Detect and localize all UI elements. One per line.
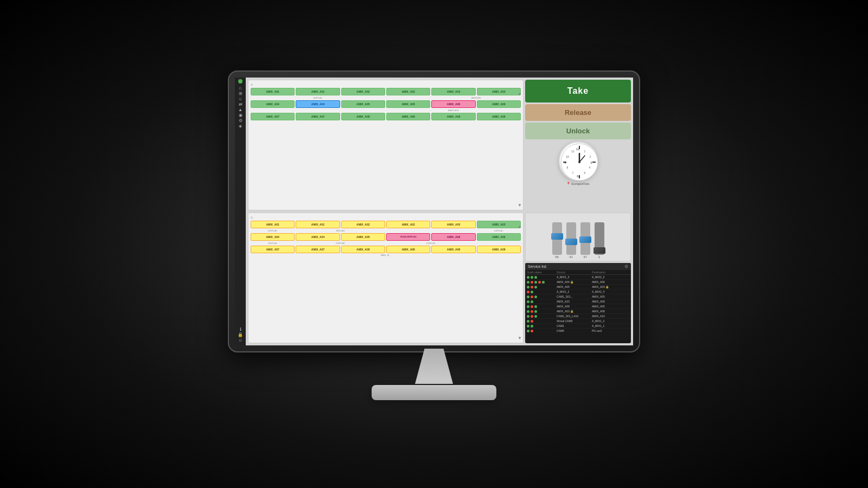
service-row-10[interactable]: Virtual CAM3 A_MIX1_2 xyxy=(525,319,631,324)
cell-amix-a07-1[interactable]: AMIX_A07 xyxy=(251,113,295,120)
fader-2-track[interactable] xyxy=(566,222,576,255)
cell-b-amix-a06-green[interactable]: AMIX_A06 xyxy=(477,233,521,241)
router-bottom-row3: AMIX_A07 AMIX_A07 AMIX_A08 AMIX_A08 AMIX… xyxy=(251,246,521,253)
service-row-5[interactable]: CAM1_S01... AMIX_A05 xyxy=(525,294,631,299)
fader-3-thumb[interactable] xyxy=(579,236,591,243)
service-row-8[interactable]: AMIX_A03 🔒 AMIX_A08 xyxy=(525,309,631,314)
row2-dest: AMIX_A06 xyxy=(592,280,627,284)
cell-b-amix-a09-1[interactable]: AMIX_A09 xyxy=(431,246,475,253)
cell-amix-a02-1[interactable]: AMIX_A02 xyxy=(341,88,385,95)
service-row-3[interactable]: AMIX_A05 AMIX_A03 🔒 xyxy=(525,285,631,290)
cell-amix-a01-2[interactable]: AMIX_A01 xyxy=(296,88,340,95)
route-icon[interactable]: ⇄ xyxy=(239,102,242,107)
map-icon[interactable]: ◉ xyxy=(239,113,242,118)
faders-panel: 56 41 xyxy=(525,213,631,261)
service-row-1[interactable]: A_MIX1_3 A_MIX2_2 xyxy=(525,275,631,280)
label-empty2 xyxy=(341,97,385,99)
dot-green xyxy=(534,296,537,298)
b-label-displac5: DISPLAC xyxy=(386,242,476,245)
take-button[interactable]: Take xyxy=(525,80,631,102)
cell-amix-a05-2[interactable]: AMIX_A05 xyxy=(386,100,430,108)
cell-amix-a09-2[interactable]: AMIX_A09 xyxy=(477,113,521,120)
cell-b-amix-a04-2[interactable]: AMIX_A04 xyxy=(296,233,340,241)
dot-green xyxy=(527,300,529,303)
user2-icon[interactable]: ☺ xyxy=(238,338,242,343)
label-displac1: DISPLAC xyxy=(296,97,340,99)
dot-red xyxy=(531,286,533,288)
cell-amix-a06-2[interactable]: AMIX_A06 xyxy=(477,100,521,108)
cell-b-amix-a07-2[interactable]: AMIX_A07 xyxy=(296,246,340,253)
service-row-9[interactable]: CAM1_S01_LA10 AMIX_A10 xyxy=(525,314,631,319)
cell-b-amix-a01-1[interactable]: AMIX_A01 xyxy=(251,221,295,228)
scroll-down-arrow-top[interactable]: ▼ xyxy=(518,203,522,208)
right-panel-bottom: 56 41 xyxy=(525,213,631,343)
cell-amix-a07-2[interactable]: AMIX_A07 xyxy=(296,113,340,120)
user-icon[interactable]: ☺ xyxy=(238,97,242,101)
cell-amix-a08-2[interactable]: AMIX_A08 xyxy=(386,113,430,120)
fader-2-thumb[interactable] xyxy=(565,239,577,245)
cell-b-amix-a04-1[interactable]: AMIX_A04 xyxy=(251,233,295,241)
scroll-up-arrow-top[interactable]: ▲ xyxy=(518,91,522,96)
cell-b-amix-a07-1[interactable]: AMIX_A07 xyxy=(251,246,295,253)
cell-amix-a09-1[interactable]: AMIX_A09 xyxy=(431,113,475,120)
dot-green xyxy=(534,315,537,318)
dot-green xyxy=(527,315,529,318)
row8-source: AMIX_A03 🔒 xyxy=(557,310,592,313)
cell-b-amix-a03-2[interactable]: AMIX_A03 xyxy=(477,221,521,228)
action-buttons: Take Release Unlock xyxy=(525,80,631,139)
fader-4-thumb[interactable] xyxy=(593,247,605,254)
service-row-12[interactable]: CAM4 PG-out1 xyxy=(525,329,631,333)
cell-b-amix-a05-1[interactable]: AMIX_A05 xyxy=(341,233,385,241)
cell-b-amix-a06-pink[interactable]: AMIX_A06 xyxy=(431,233,475,241)
cell-amix-a04-1[interactable]: AMIX_A04 xyxy=(251,100,295,108)
cell-amix-a04-selected[interactable]: AMIX_A04 xyxy=(296,100,340,108)
row7-dots xyxy=(527,305,557,308)
fader-1-thumb[interactable] xyxy=(551,233,563,240)
cell-b-amix-a02-2[interactable]: AMIX_A02 xyxy=(386,221,430,228)
service-row-6[interactable]: AMIX_A10 AMIX_A09 xyxy=(525,299,631,304)
cell-amix-a01-1[interactable]: AMIX_A01 xyxy=(251,88,295,95)
router-top-labels1: DISPLAC AMIXCAS xyxy=(251,97,521,99)
top-row: ⌂ AMIX_A01 AMIX_A01 AMIX_A02 AMIX_A02 AM… xyxy=(246,78,633,213)
service-list-settings-icon[interactable]: ⚙ xyxy=(624,264,628,269)
service-row-2[interactable]: AMIX_A04 🔒 AMIX_A06 xyxy=(525,280,631,285)
settings-icon[interactable]: ⚙ xyxy=(239,118,242,123)
service-row-11[interactable]: CAM1 A_MIX1_1 xyxy=(525,324,631,329)
bottom-row: ⌂ AMIX_A01 AMIX_A01 AMIX_A02 AMIX_A02 AM… xyxy=(246,213,633,345)
service-row-7[interactable]: AMIX_A09 AMIX_A05 xyxy=(525,304,631,309)
cell-b-amix-a08-2[interactable]: AMIX_A08 xyxy=(386,246,430,253)
grid-icon[interactable]: ⊞ xyxy=(239,91,242,96)
cell-amix-a02-2[interactable]: AMIX_A02 xyxy=(386,88,430,95)
fader-4-track[interactable] xyxy=(595,222,604,255)
unlock-button[interactable]: Unlock xyxy=(525,123,631,139)
cell-b-amix-a03-1[interactable]: AMIX_A03 xyxy=(431,221,475,228)
cell-b-amix-a08-1[interactable]: AMIX_A08 xyxy=(341,246,385,253)
lock-icon[interactable]: 🔒 xyxy=(238,332,243,337)
cell-amix-a08-1[interactable]: AMIX_A08 xyxy=(341,113,385,120)
release-button[interactable]: Release xyxy=(525,104,631,121)
service-row-4[interactable]: A_MIX1_2 A_MIX2_4 xyxy=(525,290,631,294)
info-icon[interactable]: ℹ xyxy=(240,327,241,332)
cell-b-amix-a09-2[interactable]: AMIX_A09 xyxy=(477,246,521,253)
home-icon[interactable]: ⌂ xyxy=(239,85,241,91)
label-empty xyxy=(251,97,295,99)
cell-amix-a03-2[interactable]: AMIX_A03 xyxy=(477,88,521,95)
fader-1: 56 xyxy=(552,222,562,259)
b-label-displac3: DISPLAC xyxy=(251,242,295,245)
scroll-up-arrow-bottom[interactable]: ▲ xyxy=(518,224,522,229)
b-label-empty2 xyxy=(431,229,475,232)
cell-amix-a03-1[interactable]: AMIX_A03 xyxy=(431,88,475,95)
cell-amix-a06-pink[interactable]: AMIX_A06 xyxy=(431,100,475,108)
cell-b-amix-a02-1[interactable]: AMIX_A02 xyxy=(341,221,385,228)
row10-source: Virtual CAM3 xyxy=(557,319,592,323)
row5-source: CAM1_S01... xyxy=(557,295,592,298)
cell-b-amix-a05-pink[interactable]: VEGA-DISPLAC xyxy=(386,233,430,241)
fader-3-track[interactable] xyxy=(580,222,590,255)
cell-amix-a05-1[interactable]: AMIX_A05 xyxy=(341,100,385,108)
cell-b-amix-a01-2[interactable]: AMIX_A01 xyxy=(296,221,340,228)
alert-icon[interactable]: ▲ xyxy=(238,107,242,112)
fader-1-track[interactable] xyxy=(552,222,562,255)
scroll-down-arrow-bottom[interactable]: ▼ xyxy=(518,336,522,341)
row8-dest: AMIX_A08 xyxy=(592,310,627,313)
shield-icon[interactable]: ◈ xyxy=(239,124,242,129)
